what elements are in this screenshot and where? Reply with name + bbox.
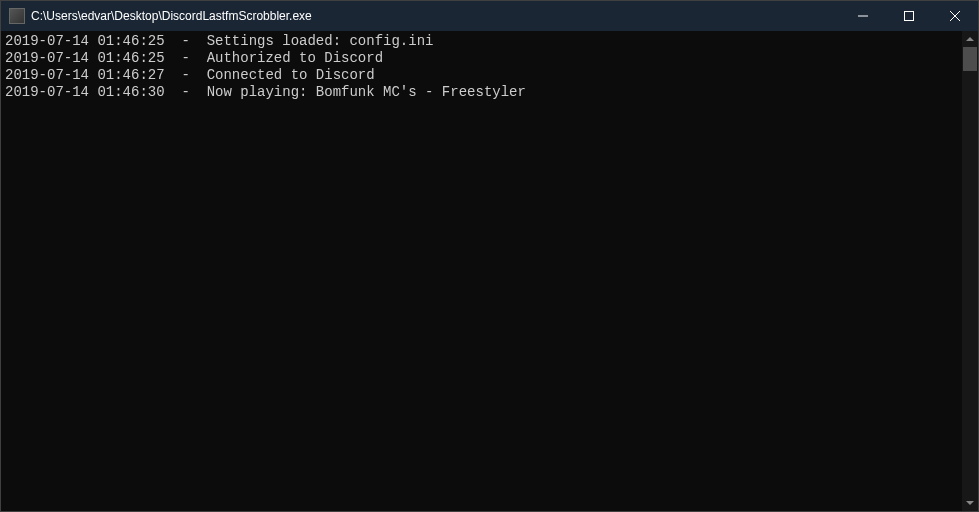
minimize-button[interactable] [840,1,886,31]
content-area: 2019-07-14 01:46:25 - Settings loaded: c… [1,31,978,511]
maximize-icon [904,11,914,21]
vertical-scrollbar[interactable] [962,31,978,511]
scroll-up-arrow-icon[interactable] [962,31,978,47]
log-line: 2019-07-14 01:46:27 - Connected to Disco… [5,67,958,84]
scroll-down-arrow-icon[interactable] [962,495,978,511]
scrollbar-thumb[interactable] [963,47,977,71]
titlebar[interactable]: C:\Users\edvar\Desktop\DiscordLastfmScro… [1,1,978,31]
close-button[interactable] [932,1,978,31]
svg-marker-4 [966,37,974,41]
console-window: C:\Users\edvar\Desktop\DiscordLastfmScro… [0,0,979,512]
minimize-icon [858,11,868,21]
maximize-button[interactable] [886,1,932,31]
app-icon [9,8,25,24]
svg-marker-5 [966,501,974,505]
log-line: 2019-07-14 01:46:25 - Authorized to Disc… [5,50,958,67]
window-title: C:\Users\edvar\Desktop\DiscordLastfmScro… [31,9,840,23]
window-controls [840,1,978,31]
svg-rect-1 [905,12,914,21]
console-output[interactable]: 2019-07-14 01:46:25 - Settings loaded: c… [1,31,962,511]
log-line: 2019-07-14 01:46:25 - Settings loaded: c… [5,33,958,50]
log-line: 2019-07-14 01:46:30 - Now playing: Bomfu… [5,84,958,101]
close-icon [950,11,960,21]
